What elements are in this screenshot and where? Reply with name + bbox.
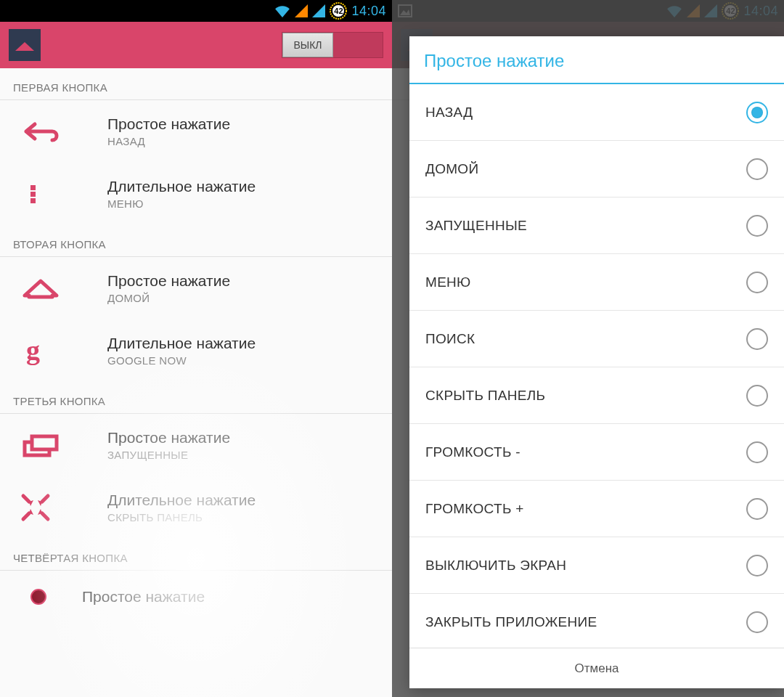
svg-line-9: [42, 496, 48, 502]
list-item[interactable]: Простое нажатиеДОМОЙ: [0, 257, 392, 319]
item-sub: НАЗАД: [107, 135, 377, 147]
google-icon: g: [20, 335, 71, 367]
toggle-thumb: ВЫКЛ: [282, 33, 333, 57]
item-sub: ЗАПУЩЕННЫЕ: [107, 449, 377, 461]
signal-icon: [295, 4, 308, 17]
radio-icon: [746, 158, 768, 180]
dialog-list[interactable]: НАЗАД ДОМОЙ ЗАПУЩЕННЫЕ МЕНЮ ПОИСК СКРЫТЬ…: [409, 84, 784, 648]
list-item[interactable]: g Длительное нажатиеGOOGLE NOW: [0, 319, 392, 382]
back-icon: [20, 118, 71, 144]
radio-icon: [746, 385, 768, 407]
dialog-option[interactable]: НАЗАД: [409, 84, 784, 141]
svg-rect-7: [32, 436, 57, 449]
dialog: Простое нажатие НАЗАД ДОМОЙ ЗАПУЩЕННЫЕ М…: [409, 36, 784, 688]
hide-icon: [20, 493, 71, 522]
svg-rect-4: [30, 198, 36, 203]
dialog-option[interactable]: СКРЫТЬ ПАНЕЛЬ: [409, 367, 784, 424]
list-item[interactable]: Простое нажатиеЗАПУЩЕННЫЕ: [0, 414, 392, 476]
svg-text:g: g: [26, 335, 40, 365]
item-sub: СКРЫТЬ ПАНЕЛЬ: [107, 511, 377, 523]
dialog-option[interactable]: ГРОМКОСТЬ -: [409, 424, 784, 481]
item-title: Простое нажатие: [107, 115, 377, 133]
dialog-option[interactable]: ГРОМКОСТЬ +: [409, 481, 784, 537]
menu-icon: [20, 181, 71, 207]
status-bar: 42 14:04: [0, 0, 392, 22]
wifi-icon: [274, 4, 290, 17]
item-title: Длительное нажатие: [107, 178, 377, 195]
settings-list[interactable]: ПЕРВАЯ КНОПКА Простое нажатиеНАЗАД Длите…: [0, 68, 392, 697]
svg-rect-3: [30, 192, 36, 197]
item-sub: GOOGLE NOW: [107, 354, 377, 367]
cancel-button[interactable]: Отмена: [409, 648, 784, 688]
item-title: Простое нажатие: [107, 429, 377, 447]
recent-icon: [20, 432, 71, 458]
svg-line-8: [23, 496, 29, 502]
item-title: Длительное нажатие: [107, 492, 377, 509]
radio-icon: [746, 102, 768, 123]
radio-icon: [746, 498, 768, 520]
radio-icon: [746, 611, 768, 633]
radio-icon: [746, 328, 768, 350]
clock: 14:04: [351, 4, 386, 19]
home-icon: [20, 275, 71, 301]
dialog-option[interactable]: ДОМОЙ: [409, 141, 784, 197]
dot-icon: [20, 586, 71, 608]
dialog-option[interactable]: ЗАПУЩЕННЫЕ: [409, 197, 784, 254]
radio-icon: [746, 441, 768, 463]
section-header: ВТОРАЯ КНОПКА: [0, 225, 392, 257]
item-title: Простое нажатие: [107, 272, 377, 290]
dialog-option[interactable]: ПОИСК: [409, 311, 784, 367]
svg-line-10: [23, 513, 29, 519]
battery-badge-icon: 42: [330, 2, 347, 20]
item-title: Простое нажатие: [82, 588, 377, 606]
dialog-option[interactable]: ЗАКРЫТЬ ПРИЛОЖЕНИЕ: [409, 594, 784, 648]
svg-rect-2: [30, 185, 36, 190]
section-header: ТРЕТЬЯ КНОПКА: [0, 382, 392, 414]
list-item[interactable]: Длительное нажатиеСКРЫТЬ ПАНЕЛЬ: [0, 476, 392, 539]
dialog-option[interactable]: ВЫКЛЮЧИТЬ ЭКРАН: [409, 537, 784, 594]
signal-icon: [312, 4, 325, 17]
svg-line-11: [42, 513, 48, 519]
dialog-option[interactable]: МЕНЮ: [409, 254, 784, 311]
app-icon: [9, 29, 41, 61]
dialog-title: Простое нажатие: [409, 36, 784, 84]
item-title: Длительное нажатие: [107, 335, 377, 352]
section-header: ПЕРВАЯ КНОПКА: [0, 68, 392, 100]
list-item[interactable]: Длительное нажатиеМЕНЮ: [0, 163, 392, 225]
radio-icon: [746, 272, 768, 293]
section-header: ЧЕТВЁРТАЯ КНОПКА: [0, 539, 392, 571]
power-toggle[interactable]: ВЫКЛ: [282, 32, 383, 58]
item-sub: МЕНЮ: [107, 197, 377, 210]
radio-icon: [746, 555, 768, 576]
item-sub: ДОМОЙ: [107, 292, 377, 304]
list-item[interactable]: Простое нажатиеНАЗАД: [0, 100, 392, 163]
action-bar: ВЫКЛ: [0, 22, 392, 68]
radio-icon: [746, 215, 768, 237]
list-item[interactable]: Простое нажатие: [0, 571, 392, 623]
